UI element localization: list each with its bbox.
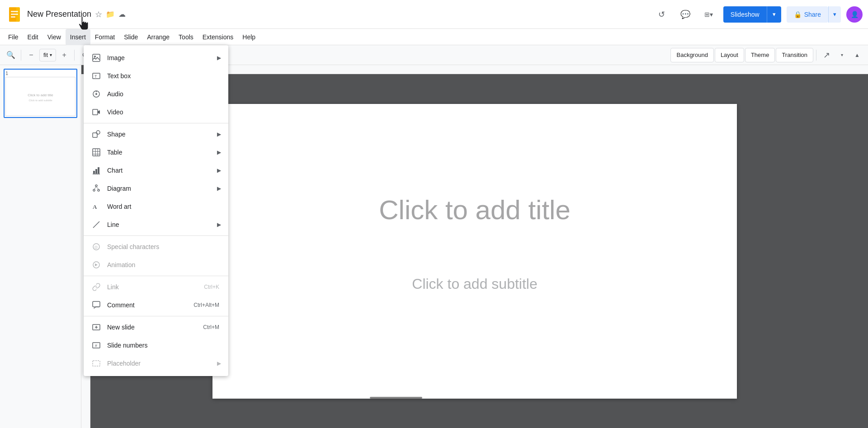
svg-line-44 — [93, 221, 99, 228]
insert-textbox-item[interactable]: T Text box — [84, 67, 228, 85]
textbox-icon: T — [91, 71, 102, 81]
menu-arrange[interactable]: Arrange — [142, 29, 174, 45]
svg-rect-36 — [98, 167, 99, 174]
insert-link-item: Link Ctrl+K — [84, 278, 228, 296]
app-icon — [5, 5, 24, 24]
audio-icon — [91, 89, 102, 99]
line-arrow-icon: ▶ — [217, 221, 221, 228]
insert-video-item[interactable]: Video — [84, 103, 228, 121]
menu-insert[interactable]: Insert — [66, 29, 90, 45]
share-button[interactable]: 🔒 Share — [787, 6, 828, 23]
slide-title-placeholder[interactable]: Click to add title — [249, 194, 701, 226]
menu-tools[interactable]: Tools — [174, 29, 198, 45]
table-icon — [91, 147, 102, 158]
insert-chart-item[interactable]: Chart ▶ — [84, 161, 228, 179]
svg-rect-18 — [93, 54, 100, 61]
doc-title[interactable]: New Presentation — [27, 9, 91, 19]
insert-menu-section-1: Image ▶ T Text box Audio — [84, 47, 228, 123]
menu-extensions[interactable]: Extensions — [198, 29, 238, 45]
horizontal-scrollbar-thumb[interactable] — [370, 397, 422, 399]
menu-edit[interactable]: Edit — [23, 29, 43, 45]
insert-placeholder-item: Placeholder ▶ — [84, 354, 228, 372]
cloud-icon[interactable]: ☁ — [118, 10, 126, 19]
svg-text:Ω: Ω — [94, 245, 98, 249]
insert-new-slide-item[interactable]: New slide Ctrl+M — [84, 318, 228, 336]
svg-rect-29 — [93, 149, 100, 156]
insert-diagram-item[interactable]: Diagram ▶ — [84, 179, 228, 198]
svg-point-23 — [95, 93, 97, 95]
menu-file[interactable]: File — [4, 29, 23, 45]
video-icon — [91, 107, 102, 118]
chart-arrow-icon: ▶ — [217, 167, 221, 174]
present-mode-icon[interactable]: ⊞▾ — [700, 5, 718, 24]
insert-image-label: Image — [107, 54, 217, 61]
star-icon[interactable]: ☆ — [95, 9, 102, 19]
insert-line-item[interactable]: Line ▶ — [84, 216, 228, 234]
diagram-icon — [91, 183, 102, 194]
svg-text:T: T — [94, 74, 97, 79]
svg-rect-4 — [11, 16, 15, 18]
comments-icon[interactable]: 💬 — [676, 5, 694, 24]
folder-icon[interactable]: 📁 — [106, 10, 115, 19]
menu-slide[interactable]: Slide — [119, 29, 142, 45]
background-button[interactable]: Background — [670, 48, 713, 62]
comment-shortcut: Ctrl+Alt+M — [193, 302, 219, 308]
layout-button[interactable]: Layout — [715, 48, 744, 62]
insert-placeholder-label: Placeholder — [107, 360, 217, 367]
mode-selector[interactable]: ↗ — [819, 48, 834, 62]
menu-help[interactable]: Help — [238, 29, 260, 45]
slideshow-dropdown-button[interactable]: ▾ — [767, 6, 781, 23]
insert-special-chars-item: Ω Special characters — [84, 238, 228, 256]
table-arrow-icon: ▶ — [217, 149, 221, 155]
slide-subtitle-placeholder[interactable]: Click to add subtitle — [249, 276, 701, 292]
zoom-level[interactable]: fit ▾ — [39, 49, 56, 61]
placeholder-arrow-icon: ▶ — [217, 360, 221, 367]
insert-table-label: Table — [107, 149, 217, 156]
image-arrow-icon: ▶ — [217, 55, 221, 61]
insert-audio-item[interactable]: Audio — [84, 85, 228, 103]
svg-rect-48 — [93, 301, 100, 307]
svg-line-41 — [94, 187, 96, 189]
insert-comment-label: Comment — [107, 301, 193, 309]
insert-table-item[interactable]: Table ▶ — [84, 143, 228, 161]
share-dropdown-button[interactable]: ▾ — [828, 6, 841, 23]
insert-video-label: Video — [107, 108, 221, 116]
chart-icon — [91, 165, 102, 176]
special-chars-icon: Ω — [91, 241, 102, 252]
user-avatar[interactable]: 👤 — [846, 6, 863, 23]
divider-2 — [74, 50, 75, 61]
menu-format[interactable]: Format — [90, 29, 119, 45]
slide-canvas[interactable]: Click to add title Click to add subtitle — [212, 104, 737, 399]
zoom-dropdown-icon: ▾ — [50, 52, 52, 57]
insert-comment-item[interactable]: Comment Ctrl+Alt+M — [84, 296, 228, 314]
new-slide-icon — [91, 322, 102, 333]
insert-line-label: Line — [107, 221, 217, 228]
top-bar: New Presentation ☆ 📁 ☁ ↺ 💬 ⊞▾ Slideshow … — [0, 0, 868, 29]
slide-numbers-icon: # — [91, 340, 102, 351]
insert-wordart-label: Word art — [107, 203, 221, 210]
zoom-out-button[interactable]: − — [24, 48, 38, 62]
insert-shape-item[interactable]: Shape ▶ — [84, 125, 228, 143]
theme-button[interactable]: Theme — [745, 48, 775, 62]
insert-image-item[interactable]: Image ▶ — [84, 49, 228, 67]
insert-diagram-label: Diagram — [107, 185, 217, 192]
wordart-icon: A — [91, 201, 102, 212]
insert-dropdown-menu: Image ▶ T Text box Audio — [84, 45, 228, 376]
svg-rect-25 — [93, 109, 98, 115]
history-icon[interactable]: ↺ — [653, 5, 671, 24]
slide-thumb-1[interactable]: 1 Click to add title Click to add subtit… — [4, 69, 77, 118]
search-button[interactable]: 🔍 — [4, 48, 18, 62]
zoom-in-button[interactable]: + — [57, 48, 71, 62]
svg-rect-3 — [11, 14, 18, 15]
mode-dropdown[interactable]: ▾ — [835, 48, 849, 62]
menu-view[interactable]: View — [43, 29, 66, 45]
collapse-button[interactable]: ▲ — [850, 48, 864, 62]
insert-slide-numbers-item[interactable]: # Slide numbers — [84, 336, 228, 354]
title-icons: ☆ 📁 ☁ — [95, 9, 126, 19]
slide-number-1: 1 — [5, 71, 75, 76]
insert-wordart-item[interactable]: A Word art — [84, 198, 228, 216]
transition-button[interactable]: Transition — [776, 48, 813, 62]
slideshow-button[interactable]: Slideshow — [723, 6, 767, 23]
slideshow-control: Slideshow ▾ — [723, 6, 781, 23]
insert-menu-section-3: Ω Special characters Animation — [84, 236, 228, 276]
